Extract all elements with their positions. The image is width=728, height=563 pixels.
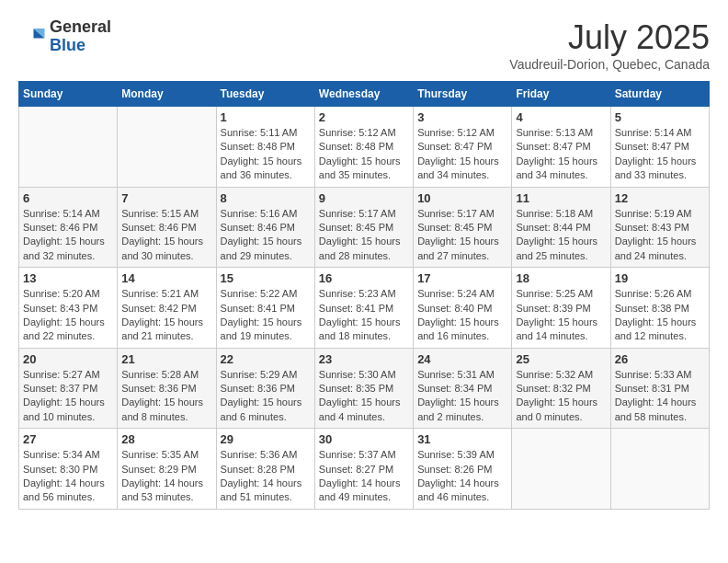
day-info: Sunrise: 5:17 AM Sunset: 8:45 PM Dayligh… bbox=[417, 207, 507, 264]
day-number: 16 bbox=[319, 271, 409, 285]
day-number: 24 bbox=[417, 352, 507, 366]
location: Vaudreuil-Dorion, Quebec, Canada bbox=[509, 57, 710, 72]
day-number: 2 bbox=[319, 110, 409, 124]
calendar-cell: 2Sunrise: 5:12 AM Sunset: 8:48 PM Daylig… bbox=[314, 107, 413, 188]
logo-general: General bbox=[50, 18, 111, 37]
day-number: 13 bbox=[23, 271, 113, 285]
day-info: Sunrise: 5:30 AM Sunset: 8:35 PM Dayligh… bbox=[319, 368, 409, 425]
day-info: Sunrise: 5:14 AM Sunset: 8:46 PM Dayligh… bbox=[23, 207, 113, 264]
day-info: Sunrise: 5:19 AM Sunset: 8:43 PM Dayligh… bbox=[615, 207, 705, 264]
calendar-cell: 25Sunrise: 5:32 AM Sunset: 8:32 PM Dayli… bbox=[512, 348, 610, 429]
day-info: Sunrise: 5:22 AM Sunset: 8:41 PM Dayligh… bbox=[221, 287, 311, 344]
day-info: Sunrise: 5:36 AM Sunset: 8:28 PM Dayligh… bbox=[221, 448, 311, 505]
day-number: 5 bbox=[615, 110, 705, 124]
calendar-cell: 18Sunrise: 5:25 AM Sunset: 8:39 PM Dayli… bbox=[512, 268, 610, 349]
day-info: Sunrise: 5:24 AM Sunset: 8:40 PM Dayligh… bbox=[417, 287, 507, 344]
day-info: Sunrise: 5:12 AM Sunset: 8:47 PM Dayligh… bbox=[417, 126, 507, 183]
day-info: Sunrise: 5:20 AM Sunset: 8:43 PM Dayligh… bbox=[23, 287, 113, 344]
calendar-cell bbox=[118, 107, 216, 188]
day-number: 15 bbox=[221, 271, 311, 285]
calendar-cell: 6Sunrise: 5:14 AM Sunset: 8:46 PM Daylig… bbox=[19, 187, 118, 268]
day-info: Sunrise: 5:34 AM Sunset: 8:30 PM Dayligh… bbox=[23, 448, 113, 505]
day-number: 10 bbox=[417, 191, 507, 205]
day-header-sunday: Sunday bbox=[19, 82, 118, 107]
day-header-wednesday: Wednesday bbox=[314, 82, 413, 107]
day-number: 3 bbox=[417, 110, 507, 124]
day-number: 25 bbox=[516, 352, 606, 366]
logo-blue: Blue bbox=[50, 37, 111, 55]
day-number: 31 bbox=[417, 432, 507, 446]
calendar-cell: 16Sunrise: 5:23 AM Sunset: 8:41 PM Dayli… bbox=[314, 268, 413, 349]
calendar-cell: 7Sunrise: 5:15 AM Sunset: 8:46 PM Daylig… bbox=[118, 187, 216, 268]
week-row: 13Sunrise: 5:20 AM Sunset: 8:43 PM Dayli… bbox=[19, 268, 710, 349]
calendar-cell bbox=[19, 107, 118, 188]
day-number: 12 bbox=[615, 191, 705, 205]
month-title: July 2025 bbox=[509, 18, 710, 57]
day-info: Sunrise: 5:28 AM Sunset: 8:36 PM Dayligh… bbox=[121, 368, 211, 425]
calendar-cell: 1Sunrise: 5:11 AM Sunset: 8:48 PM Daylig… bbox=[216, 107, 314, 188]
day-info: Sunrise: 5:12 AM Sunset: 8:48 PM Dayligh… bbox=[319, 126, 409, 183]
week-row: 27Sunrise: 5:34 AM Sunset: 8:30 PM Dayli… bbox=[19, 429, 710, 510]
calendar-cell bbox=[512, 429, 610, 510]
calendar-cell: 19Sunrise: 5:26 AM Sunset: 8:38 PM Dayli… bbox=[610, 268, 709, 349]
day-number: 21 bbox=[121, 352, 211, 366]
day-header-saturday: Saturday bbox=[610, 82, 709, 107]
day-number: 6 bbox=[23, 191, 113, 205]
calendar-cell: 21Sunrise: 5:28 AM Sunset: 8:36 PM Dayli… bbox=[118, 348, 216, 429]
calendar-cell: 27Sunrise: 5:34 AM Sunset: 8:30 PM Dayli… bbox=[19, 429, 118, 510]
day-info: Sunrise: 5:26 AM Sunset: 8:38 PM Dayligh… bbox=[615, 287, 705, 344]
calendar-cell: 22Sunrise: 5:29 AM Sunset: 8:36 PM Dayli… bbox=[216, 348, 314, 429]
day-info: Sunrise: 5:17 AM Sunset: 8:45 PM Dayligh… bbox=[319, 207, 409, 264]
calendar-cell: 9Sunrise: 5:17 AM Sunset: 8:45 PM Daylig… bbox=[314, 187, 413, 268]
day-number: 9 bbox=[319, 191, 409, 205]
day-info: Sunrise: 5:31 AM Sunset: 8:34 PM Dayligh… bbox=[417, 368, 507, 425]
day-info: Sunrise: 5:37 AM Sunset: 8:27 PM Dayligh… bbox=[319, 448, 409, 505]
day-header-friday: Friday bbox=[512, 82, 610, 107]
calendar-cell: 11Sunrise: 5:18 AM Sunset: 8:44 PM Dayli… bbox=[512, 187, 610, 268]
day-header-thursday: Thursday bbox=[414, 82, 512, 107]
calendar-cell: 14Sunrise: 5:21 AM Sunset: 8:42 PM Dayli… bbox=[118, 268, 216, 349]
day-number: 7 bbox=[121, 191, 211, 205]
week-row: 20Sunrise: 5:27 AM Sunset: 8:37 PM Dayli… bbox=[19, 348, 710, 429]
logo-text: General Blue bbox=[50, 18, 111, 55]
day-number: 19 bbox=[615, 271, 705, 285]
day-number: 30 bbox=[319, 432, 409, 446]
day-header-monday: Monday bbox=[118, 82, 216, 107]
day-info: Sunrise: 5:18 AM Sunset: 8:44 PM Dayligh… bbox=[516, 207, 606, 264]
day-number: 22 bbox=[221, 352, 311, 366]
day-number: 17 bbox=[417, 271, 507, 285]
day-info: Sunrise: 5:16 AM Sunset: 8:46 PM Dayligh… bbox=[221, 207, 311, 264]
day-number: 29 bbox=[221, 432, 311, 446]
day-number: 26 bbox=[615, 352, 705, 366]
calendar-cell: 8Sunrise: 5:16 AM Sunset: 8:46 PM Daylig… bbox=[216, 187, 314, 268]
day-info: Sunrise: 5:29 AM Sunset: 8:36 PM Dayligh… bbox=[221, 368, 311, 425]
calendar-cell: 3Sunrise: 5:12 AM Sunset: 8:47 PM Daylig… bbox=[414, 107, 512, 188]
day-info: Sunrise: 5:35 AM Sunset: 8:29 PM Dayligh… bbox=[121, 448, 211, 505]
day-info: Sunrise: 5:39 AM Sunset: 8:26 PM Dayligh… bbox=[417, 448, 507, 505]
day-number: 28 bbox=[121, 432, 211, 446]
day-info: Sunrise: 5:14 AM Sunset: 8:47 PM Dayligh… bbox=[615, 126, 705, 183]
calendar-cell: 28Sunrise: 5:35 AM Sunset: 8:29 PM Dayli… bbox=[118, 429, 216, 510]
calendar-cell: 23Sunrise: 5:30 AM Sunset: 8:35 PM Dayli… bbox=[314, 348, 413, 429]
calendar-cell: 31Sunrise: 5:39 AM Sunset: 8:26 PM Dayli… bbox=[414, 429, 512, 510]
calendar-table: SundayMondayTuesdayWednesdayThursdayFrid… bbox=[18, 81, 710, 510]
week-row: 6Sunrise: 5:14 AM Sunset: 8:46 PM Daylig… bbox=[19, 187, 710, 268]
calendar-cell bbox=[610, 429, 709, 510]
logo: General Blue bbox=[18, 18, 111, 55]
day-number: 23 bbox=[319, 352, 409, 366]
calendar-cell: 24Sunrise: 5:31 AM Sunset: 8:34 PM Dayli… bbox=[414, 348, 512, 429]
calendar-cell: 29Sunrise: 5:36 AM Sunset: 8:28 PM Dayli… bbox=[216, 429, 314, 510]
day-number: 1 bbox=[221, 110, 311, 124]
logo-icon bbox=[18, 23, 46, 51]
day-header-tuesday: Tuesday bbox=[216, 82, 314, 107]
day-number: 4 bbox=[516, 110, 606, 124]
day-info: Sunrise: 5:32 AM Sunset: 8:32 PM Dayligh… bbox=[516, 368, 606, 425]
calendar-cell: 10Sunrise: 5:17 AM Sunset: 8:45 PM Dayli… bbox=[414, 187, 512, 268]
week-row: 1Sunrise: 5:11 AM Sunset: 8:48 PM Daylig… bbox=[19, 107, 710, 188]
calendar-cell: 5Sunrise: 5:14 AM Sunset: 8:47 PM Daylig… bbox=[610, 107, 709, 188]
day-number: 27 bbox=[23, 432, 113, 446]
day-info: Sunrise: 5:25 AM Sunset: 8:39 PM Dayligh… bbox=[516, 287, 606, 344]
day-info: Sunrise: 5:13 AM Sunset: 8:47 PM Dayligh… bbox=[516, 126, 606, 183]
title-block: July 2025 Vaudreuil-Dorion, Quebec, Cana… bbox=[509, 18, 710, 72]
calendar-cell: 30Sunrise: 5:37 AM Sunset: 8:27 PM Dayli… bbox=[314, 429, 413, 510]
